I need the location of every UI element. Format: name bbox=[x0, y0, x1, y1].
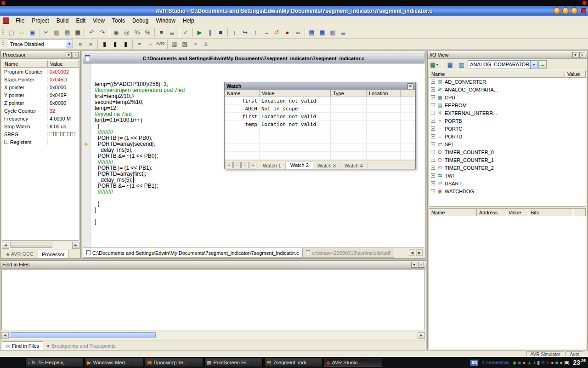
step-into-button[interactable]: ↓ bbox=[229, 27, 240, 37]
tray-teal-icon[interactable]: ■ bbox=[555, 360, 559, 365]
chevron-down-icon[interactable]: ▼ bbox=[530, 61, 537, 69]
menu-file[interactable]: File bbox=[12, 16, 28, 25]
percent-match-button[interactable]: % bbox=[132, 27, 142, 37]
code-line[interactable]: } bbox=[95, 219, 424, 225]
print-button[interactable]: ▦ bbox=[73, 27, 83, 37]
scroll-right-icon[interactable]: ▶ bbox=[418, 332, 425, 339]
network-icon[interactable]: ▮ bbox=[537, 360, 540, 365]
io-item-ad-converter[interactable]: +▥AD_CONVERTER bbox=[429, 78, 586, 86]
grid-view-2-button[interactable]: ▧ bbox=[180, 39, 190, 49]
watch-window[interactable]: Watch × Name Value Type Location firstLo… bbox=[224, 82, 416, 169]
expand-plus-icon[interactable]: + bbox=[431, 142, 435, 146]
watch-tab-watch-4[interactable]: Watch 4 bbox=[340, 162, 368, 169]
scrollbar-thumb[interactable] bbox=[10, 242, 52, 248]
column-header-name[interactable]: Name bbox=[429, 209, 477, 216]
lcd-display-1-button[interactable]: ▮ bbox=[99, 39, 110, 49]
sreg-flag-checkbox[interactable] bbox=[67, 132, 70, 136]
first-tab-icon[interactable]: « bbox=[226, 162, 233, 168]
find-button[interactable]: ◉ bbox=[111, 27, 121, 37]
menu-build[interactable]: Build bbox=[53, 16, 73, 25]
detail-layout-button[interactable]: ▥ bbox=[456, 59, 467, 69]
processor-row-registers[interactable]: +Registers bbox=[2, 138, 79, 146]
title-bar[interactable]: AVR Studio - C:\Documents and Settings\E… bbox=[0, 6, 588, 16]
watch-tab-watch-3[interactable]: Watch 3 bbox=[313, 162, 340, 169]
io-item-usart[interactable]: +⇌USART bbox=[429, 179, 586, 187]
memory-view-button[interactable]: ▥ bbox=[328, 27, 338, 37]
chevron-down-icon[interactable]: ▼ bbox=[66, 52, 72, 58]
device-select-button[interactable]: ▦ ▼ bbox=[429, 59, 440, 69]
close-icon[interactable]: × bbox=[73, 52, 79, 58]
expand-plus-icon[interactable]: + bbox=[431, 166, 435, 170]
antivirus-icon[interactable]: K bbox=[546, 360, 549, 365]
column-header-name[interactable]: Name bbox=[429, 70, 565, 78]
chip-view-button[interactable]: ▤ bbox=[306, 27, 317, 37]
processor-row-x-pointer[interactable]: X pointer0x0000 bbox=[2, 83, 79, 91]
volume-icon[interactable]: ♪ bbox=[533, 360, 536, 365]
expand-plus-icon[interactable]: + bbox=[431, 189, 435, 193]
menu-tools[interactable]: Tools bbox=[108, 16, 129, 25]
chevron-down-icon[interactable]: ▼ bbox=[572, 52, 578, 58]
io-item-twi[interactable]: +⇆TWI bbox=[429, 172, 586, 179]
run-to-cursor-button[interactable]: → bbox=[261, 27, 271, 37]
stop-button[interactable]: ■ bbox=[215, 27, 226, 37]
scroll-left-icon[interactable]: ◀ bbox=[1, 332, 9, 339]
taskbar-clock[interactable]: 23 26 bbox=[573, 357, 586, 368]
editor-tab-delay-h[interactable]: c:\winavr-20090313\avr\include\util\dela… bbox=[302, 248, 394, 258]
tab-processor[interactable]: Processor bbox=[38, 250, 69, 258]
expand-plus-icon[interactable]: + bbox=[431, 181, 435, 185]
column-header-type[interactable]: Type bbox=[331, 90, 367, 97]
watch-row[interactable] bbox=[225, 152, 415, 160]
next-tab-icon[interactable]: › bbox=[241, 162, 249, 168]
tray-app-green-icon[interactable]: ◆ bbox=[513, 360, 516, 365]
io-item-timer-counter-2[interactable]: +⊙TIMER_COUNTER_2 bbox=[429, 164, 586, 172]
tray-white-icon[interactable]: ▣ bbox=[564, 360, 569, 365]
io-register-combo[interactable]: ANALOG_COMPARATOR ▼ bbox=[468, 60, 537, 69]
chevron-down-icon[interactable]: ▼ bbox=[66, 40, 73, 48]
percent-scale-button[interactable]: % bbox=[142, 27, 153, 37]
sreg-flag-checkbox[interactable] bbox=[50, 132, 52, 136]
prev-tab-icon[interactable]: ‹ bbox=[233, 162, 241, 168]
trace-next-button[interactable]: » bbox=[85, 39, 96, 49]
watch-tab-watch-1[interactable]: Watch 1 bbox=[259, 162, 286, 169]
go-button[interactable]: → bbox=[538, 60, 547, 69]
tray-shield-icon[interactable]: ▲ bbox=[527, 360, 532, 365]
quickwatch-button[interactable]: ∞ bbox=[293, 27, 303, 37]
expand-plus-icon[interactable]: + bbox=[431, 158, 435, 162]
code-line[interactable]: PORTD=array[first]; bbox=[95, 171, 424, 177]
cut-button[interactable]: ✂ bbox=[41, 27, 51, 37]
waveform-button[interactable]: ≈ bbox=[134, 39, 145, 49]
step-out-button[interactable]: ↑ bbox=[250, 27, 261, 37]
taskbar-button-9-7[interactable]: ♪9. 7Б Некрещ... bbox=[25, 358, 84, 367]
sum-button[interactable]: Σ bbox=[201, 39, 211, 49]
io-item-external-interr[interactable]: +↯EXTERNAL_INTERR... bbox=[429, 109, 586, 117]
taskbar-button-windows-med[interactable]: ▶Windows Med... bbox=[85, 358, 143, 367]
watch-row[interactable]: firstLocation not valid bbox=[225, 97, 415, 105]
sreg-flag-checkbox[interactable] bbox=[57, 132, 59, 136]
undo-button[interactable]: ↶ bbox=[86, 27, 97, 37]
tray-app-blue-icon[interactable]: ■ bbox=[518, 360, 521, 365]
io-item-watchdog[interactable]: +◉WATCHDOG bbox=[429, 187, 586, 195]
processor-row-frequency[interactable]: Frequency4.0000 M bbox=[2, 115, 79, 122]
menu-debug[interactable]: Debug bbox=[129, 16, 152, 25]
paste-button[interactable]: ▤ bbox=[62, 27, 73, 37]
column-header-value[interactable]: Value bbox=[565, 70, 586, 78]
column-header-address[interactable]: Address bbox=[477, 209, 506, 216]
expand-plus-icon[interactable]: + bbox=[431, 173, 435, 178]
expand-plus-icon[interactable]: + bbox=[431, 111, 435, 115]
io-item-eeprom[interactable]: +▤EEPROM bbox=[429, 101, 586, 109]
find-results-area[interactable] bbox=[1, 269, 425, 330]
expand-plus-icon[interactable]: + bbox=[431, 134, 435, 138]
io-item-cpu[interactable]: +▦CPU bbox=[429, 93, 586, 101]
trace-status-combo[interactable]: Trace Disabled ▼ bbox=[8, 40, 73, 48]
code-line[interactable] bbox=[95, 69, 424, 75]
language-indicator[interactable]: EN bbox=[470, 359, 479, 366]
toggle-breakpoint-button[interactable]: ● bbox=[282, 27, 293, 37]
watch-row[interactable]: tempLocation not valid bbox=[225, 121, 415, 128]
column-header-value[interactable]: Value bbox=[260, 90, 331, 97]
watch-tab-watch-2[interactable]: Watch 2 bbox=[286, 161, 313, 169]
sreg-flag-checkbox[interactable] bbox=[60, 132, 63, 136]
io-item-portd[interactable]: +≡PORTD bbox=[429, 132, 586, 140]
column-header-value[interactable]: Value bbox=[506, 209, 528, 216]
tray-yellow-icon[interactable]: ● bbox=[560, 360, 563, 365]
find-in-files-header[interactable]: Find in Files ▼ × bbox=[0, 261, 426, 269]
